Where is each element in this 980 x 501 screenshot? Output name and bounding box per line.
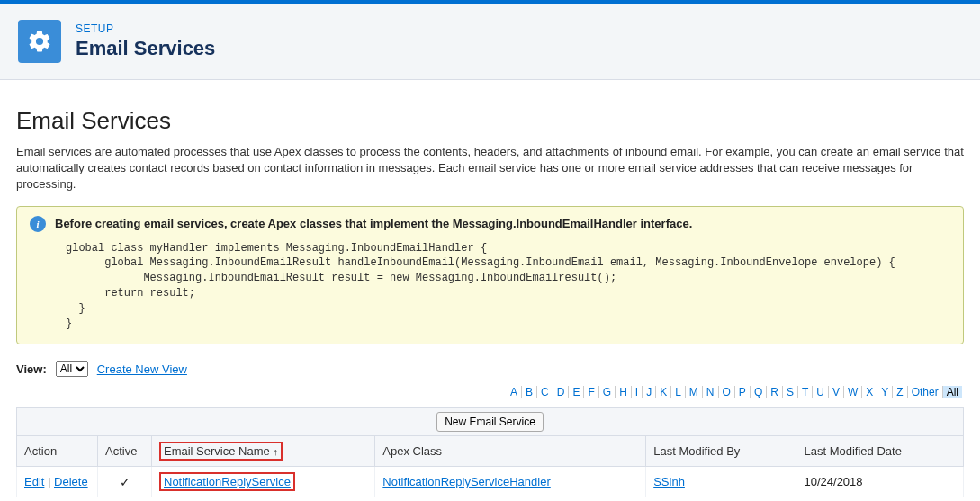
- setup-header: SETUP Email Services: [0, 4, 980, 80]
- alpha-letter-g[interactable]: G: [598, 386, 615, 398]
- alpha-letter-z[interactable]: Z: [892, 386, 906, 398]
- alpha-letter-t[interactable]: T: [797, 386, 812, 398]
- info-box: i Before creating email services, create…: [16, 206, 964, 345]
- alpha-letter-l[interactable]: L: [670, 386, 685, 398]
- alpha-letter-k[interactable]: K: [655, 386, 670, 398]
- alpha-letter-q[interactable]: Q: [750, 386, 766, 398]
- create-new-view-link[interactable]: Create New View: [97, 362, 187, 376]
- alpha-letter-m[interactable]: M: [685, 386, 702, 398]
- gear-icon: [18, 20, 61, 63]
- alpha-other[interactable]: Other: [907, 386, 942, 398]
- alpha-letter-u[interactable]: U: [812, 386, 828, 398]
- code-sample: global class myHandler implements Messag…: [30, 241, 950, 332]
- cell-modified-by: SSinh: [646, 467, 796, 497]
- info-header: i Before creating email services, create…: [30, 216, 950, 232]
- view-select[interactable]: All: [56, 361, 88, 377]
- alpha-letter-y[interactable]: Y: [877, 386, 892, 398]
- info-icon: i: [30, 216, 46, 232]
- header-title: Email Services: [76, 37, 215, 60]
- alpha-letter-j[interactable]: J: [642, 386, 655, 398]
- page-title: Email Services: [16, 107, 964, 135]
- alpha-letter-d[interactable]: D: [553, 386, 569, 398]
- table-header-row: Action Active Email Service Name ↑ Apex …: [17, 436, 964, 467]
- alpha-letter-r[interactable]: R: [766, 386, 782, 398]
- new-button-row: New Email Service: [16, 407, 964, 435]
- apex-class-link[interactable]: NotificationReplyServiceHandler: [382, 475, 550, 488]
- alpha-letter-b[interactable]: B: [521, 386, 536, 398]
- cell-apex: NotificationReplyServiceHandler: [375, 467, 646, 497]
- service-name-link[interactable]: NotificationReplyService: [164, 475, 291, 488]
- alpha-letter-w[interactable]: W: [843, 386, 861, 398]
- sort-ascending-icon: ↑: [273, 446, 278, 457]
- view-label: View:: [16, 362, 47, 376]
- alpha-letter-v[interactable]: V: [828, 386, 843, 398]
- cell-active: ✓: [98, 467, 152, 497]
- delete-link[interactable]: Delete: [54, 475, 88, 488]
- check-icon: ✓: [120, 475, 130, 489]
- col-name-label: Email Service Name: [164, 444, 270, 458]
- view-row: View: All Create New View: [16, 361, 964, 377]
- info-heading: Before creating email services, create A…: [55, 217, 692, 230]
- page-description: Email services are automated processes t…: [16, 144, 964, 193]
- alpha-all[interactable]: All: [942, 386, 962, 398]
- alpha-letter-c[interactable]: C: [536, 386, 553, 398]
- alpha-letter-h[interactable]: H: [615, 386, 631, 398]
- header-eyebrow: SETUP: [76, 22, 215, 35]
- alpha-filter-row: ABCDEFGHIJKLMNOPQRSTUVWXYZOtherAll: [16, 382, 964, 402]
- cell-action: Edit | Delete: [17, 467, 98, 497]
- modified-by-link[interactable]: SSinh: [653, 475, 685, 488]
- alpha-letter-i[interactable]: I: [631, 386, 642, 398]
- col-name[interactable]: Email Service Name ↑: [152, 436, 375, 467]
- alpha-letter-n[interactable]: N: [702, 386, 718, 398]
- col-active[interactable]: Active: [98, 436, 152, 467]
- action-separator: |: [48, 475, 54, 488]
- cell-modified-date: 10/24/2018: [796, 467, 964, 497]
- setup-titles: SETUP Email Services: [76, 22, 215, 60]
- alpha-letter-a[interactable]: A: [507, 386, 521, 398]
- alpha-letter-s[interactable]: S: [782, 386, 797, 398]
- col-apex[interactable]: Apex Class: [375, 436, 646, 467]
- content: Email Services Email services are automa…: [0, 80, 980, 501]
- alpha-letter-o[interactable]: O: [718, 386, 734, 398]
- cell-name: NotificationReplyService: [152, 467, 375, 497]
- table-wrap: New Email Service Action Active Email Se…: [16, 407, 964, 497]
- table-row: Edit | Delete ✓ NotificationReplyService…: [17, 467, 964, 497]
- alpha-letter-p[interactable]: P: [734, 386, 750, 398]
- col-action[interactable]: Action: [17, 436, 98, 467]
- alpha-letter-f[interactable]: F: [583, 386, 598, 398]
- new-email-service-button[interactable]: New Email Service: [436, 412, 544, 432]
- email-services-table: Action Active Email Service Name ↑ Apex …: [16, 435, 964, 497]
- alpha-letter-e[interactable]: E: [568, 386, 583, 398]
- col-modified-by[interactable]: Last Modified By: [646, 436, 796, 467]
- alpha-letter-x[interactable]: X: [861, 386, 877, 398]
- col-modified-date[interactable]: Last Modified Date: [796, 436, 964, 467]
- edit-link[interactable]: Edit: [24, 475, 44, 488]
